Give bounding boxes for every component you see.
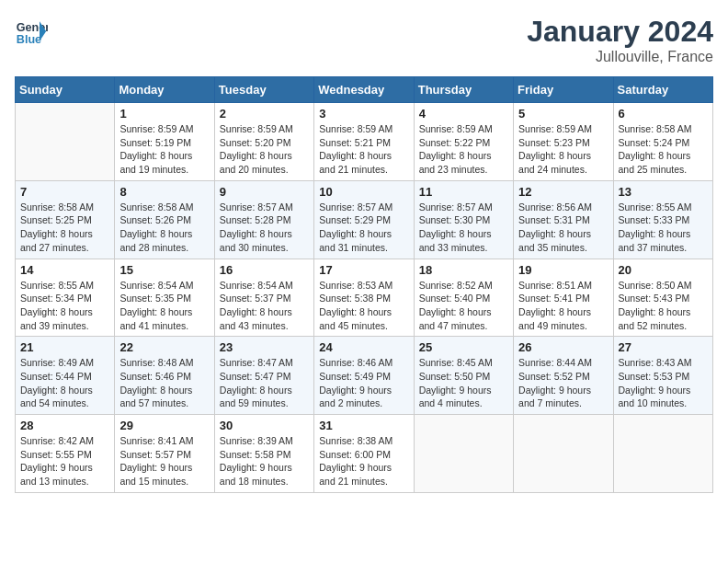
day-info: Sunrise: 8:58 AM Sunset: 5:26 PM Dayligh… xyxy=(119,201,209,255)
day-info: Sunrise: 8:50 AM Sunset: 5:43 PM Dayligh… xyxy=(619,279,708,333)
calendar-cell: 11Sunrise: 8:57 AM Sunset: 5:30 PM Dayli… xyxy=(414,180,513,259)
day-info: Sunrise: 8:59 AM Sunset: 5:20 PM Dayligh… xyxy=(220,122,309,177)
day-number: 21 xyxy=(20,340,109,354)
calendar-cell: 21Sunrise: 8:49 AM Sunset: 5:44 PM Dayli… xyxy=(16,337,115,415)
day-info: Sunrise: 8:59 AM Sunset: 5:23 PM Dayligh… xyxy=(518,122,608,177)
day-number: 22 xyxy=(119,340,209,354)
weekday-header: Monday xyxy=(115,77,214,103)
day-info: Sunrise: 8:57 AM Sunset: 5:28 PM Dayligh… xyxy=(220,201,309,255)
weekday-header: Saturday xyxy=(613,77,712,103)
day-info: Sunrise: 8:59 AM Sunset: 5:21 PM Dayligh… xyxy=(319,122,408,177)
day-number: 4 xyxy=(419,107,508,121)
day-info: Sunrise: 8:55 AM Sunset: 5:34 PM Dayligh… xyxy=(20,279,109,333)
calendar-cell: 29Sunrise: 8:41 AM Sunset: 5:57 PM Dayli… xyxy=(115,415,214,493)
day-info: Sunrise: 8:54 AM Sunset: 5:37 PM Dayligh… xyxy=(220,279,309,333)
day-number: 19 xyxy=(518,263,608,277)
day-info: Sunrise: 8:52 AM Sunset: 5:40 PM Dayligh… xyxy=(419,279,508,333)
svg-text:Blue: Blue xyxy=(17,33,41,46)
day-info: Sunrise: 8:38 AM Sunset: 6:00 PM Dayligh… xyxy=(319,434,408,488)
calendar-cell: 8Sunrise: 8:58 AM Sunset: 5:26 PM Daylig… xyxy=(115,180,214,259)
calendar-cell: 18Sunrise: 8:52 AM Sunset: 5:40 PM Dayli… xyxy=(414,259,513,337)
day-number: 7 xyxy=(20,185,109,199)
weekday-header: Friday xyxy=(514,77,613,103)
day-info: Sunrise: 8:58 AM Sunset: 5:24 PM Dayligh… xyxy=(619,122,708,177)
calendar-cell xyxy=(613,415,712,493)
calendar-cell: 3Sunrise: 8:59 AM Sunset: 5:21 PM Daylig… xyxy=(314,103,414,181)
day-info: Sunrise: 8:48 AM Sunset: 5:46 PM Dayligh… xyxy=(119,356,209,410)
day-number: 26 xyxy=(518,340,608,354)
calendar-table: SundayMondayTuesdayWednesdayThursdayFrid… xyxy=(15,76,713,493)
calendar-cell: 10Sunrise: 8:57 AM Sunset: 5:29 PM Dayli… xyxy=(314,180,414,259)
day-number: 15 xyxy=(119,263,209,277)
calendar-cell: 19Sunrise: 8:51 AM Sunset: 5:41 PM Dayli… xyxy=(514,259,613,337)
day-number: 18 xyxy=(419,263,508,277)
day-number: 25 xyxy=(419,340,508,354)
day-number: 24 xyxy=(319,340,408,354)
day-info: Sunrise: 8:49 AM Sunset: 5:44 PM Dayligh… xyxy=(20,356,109,410)
day-info: Sunrise: 8:59 AM Sunset: 5:19 PM Dayligh… xyxy=(119,122,209,177)
day-info: Sunrise: 8:51 AM Sunset: 5:41 PM Dayligh… xyxy=(518,279,608,333)
day-number: 11 xyxy=(419,185,508,199)
calendar-cell: 1Sunrise: 8:59 AM Sunset: 5:19 PM Daylig… xyxy=(115,103,214,181)
weekday-header: Tuesday xyxy=(214,77,313,103)
calendar-cell: 13Sunrise: 8:55 AM Sunset: 5:33 PM Dayli… xyxy=(613,180,712,259)
calendar-cell: 7Sunrise: 8:58 AM Sunset: 5:25 PM Daylig… xyxy=(16,180,115,259)
day-number: 28 xyxy=(20,419,109,432)
title-block: January 2024 Jullouville, France xyxy=(527,15,713,65)
day-info: Sunrise: 8:57 AM Sunset: 5:29 PM Dayligh… xyxy=(319,201,408,255)
day-number: 13 xyxy=(619,185,708,199)
calendar-cell: 23Sunrise: 8:47 AM Sunset: 5:47 PM Dayli… xyxy=(214,337,313,415)
calendar-cell: 12Sunrise: 8:56 AM Sunset: 5:31 PM Dayli… xyxy=(514,180,613,259)
day-info: Sunrise: 8:53 AM Sunset: 5:38 PM Dayligh… xyxy=(319,279,408,333)
calendar-cell xyxy=(414,415,513,493)
calendar-cell: 9Sunrise: 8:57 AM Sunset: 5:28 PM Daylig… xyxy=(214,180,313,259)
day-info: Sunrise: 8:43 AM Sunset: 5:53 PM Dayligh… xyxy=(619,356,708,410)
calendar-cell: 6Sunrise: 8:58 AM Sunset: 5:24 PM Daylig… xyxy=(613,103,712,181)
day-number: 17 xyxy=(319,263,408,277)
day-info: Sunrise: 8:47 AM Sunset: 5:47 PM Dayligh… xyxy=(220,356,309,410)
calendar-cell: 28Sunrise: 8:42 AM Sunset: 5:55 PM Dayli… xyxy=(16,415,115,493)
day-number: 12 xyxy=(518,185,608,199)
day-info: Sunrise: 8:54 AM Sunset: 5:35 PM Dayligh… xyxy=(119,279,209,333)
calendar-cell: 30Sunrise: 8:39 AM Sunset: 5:58 PM Dayli… xyxy=(214,415,313,493)
logo-icon: General Blue xyxy=(15,15,48,48)
day-number: 6 xyxy=(619,107,708,121)
day-number: 10 xyxy=(319,185,408,199)
day-info: Sunrise: 8:39 AM Sunset: 5:58 PM Dayligh… xyxy=(220,434,309,488)
calendar-cell: 26Sunrise: 8:44 AM Sunset: 5:52 PM Dayli… xyxy=(514,337,613,415)
calendar-cell: 25Sunrise: 8:45 AM Sunset: 5:50 PM Dayli… xyxy=(414,337,513,415)
calendar-cell: 24Sunrise: 8:46 AM Sunset: 5:49 PM Dayli… xyxy=(314,337,414,415)
day-number: 16 xyxy=(220,263,309,277)
day-info: Sunrise: 8:42 AM Sunset: 5:55 PM Dayligh… xyxy=(20,434,109,488)
day-info: Sunrise: 8:46 AM Sunset: 5:49 PM Dayligh… xyxy=(319,356,408,410)
day-number: 5 xyxy=(518,107,608,121)
day-info: Sunrise: 8:55 AM Sunset: 5:33 PM Dayligh… xyxy=(619,201,708,255)
logo: General Blue xyxy=(15,15,48,48)
calendar-cell: 4Sunrise: 8:59 AM Sunset: 5:22 PM Daylig… xyxy=(414,103,513,181)
day-info: Sunrise: 8:58 AM Sunset: 5:25 PM Dayligh… xyxy=(20,201,109,255)
day-number: 8 xyxy=(119,185,209,199)
calendar-header: SundayMondayTuesdayWednesdayThursdayFrid… xyxy=(16,77,713,103)
page-header: General Blue January 2024 Jullouville, F… xyxy=(15,15,713,65)
day-number: 2 xyxy=(220,107,309,121)
day-number: 27 xyxy=(619,340,708,354)
day-number: 14 xyxy=(20,263,109,277)
calendar-cell: 14Sunrise: 8:55 AM Sunset: 5:34 PM Dayli… xyxy=(16,259,115,337)
day-number: 9 xyxy=(220,185,309,199)
day-info: Sunrise: 8:41 AM Sunset: 5:57 PM Dayligh… xyxy=(119,434,209,488)
day-number: 23 xyxy=(220,340,309,354)
month-title: January 2024 xyxy=(527,15,713,49)
weekday-header: Thursday xyxy=(414,77,513,103)
day-number: 1 xyxy=(119,107,209,121)
day-info: Sunrise: 8:56 AM Sunset: 5:31 PM Dayligh… xyxy=(518,201,608,255)
calendar-cell: 22Sunrise: 8:48 AM Sunset: 5:46 PM Dayli… xyxy=(115,337,214,415)
day-info: Sunrise: 8:59 AM Sunset: 5:22 PM Dayligh… xyxy=(419,122,508,177)
calendar-cell: 16Sunrise: 8:54 AM Sunset: 5:37 PM Dayli… xyxy=(214,259,313,337)
day-number: 20 xyxy=(619,263,708,277)
day-info: Sunrise: 8:45 AM Sunset: 5:50 PM Dayligh… xyxy=(419,356,508,410)
calendar-cell xyxy=(16,103,115,181)
day-number: 31 xyxy=(319,419,408,432)
calendar-cell: 17Sunrise: 8:53 AM Sunset: 5:38 PM Dayli… xyxy=(314,259,414,337)
calendar-cell: 5Sunrise: 8:59 AM Sunset: 5:23 PM Daylig… xyxy=(514,103,613,181)
day-info: Sunrise: 8:57 AM Sunset: 5:30 PM Dayligh… xyxy=(419,201,508,255)
